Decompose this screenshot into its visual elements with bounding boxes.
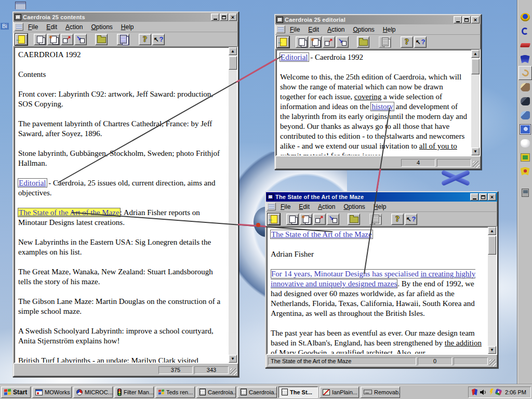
- page-icon[interactable]: [276, 25, 285, 33]
- menu-edit[interactable]: Edit: [43, 23, 61, 31]
- menu-help[interactable]: Help: [379, 25, 400, 34]
- minimize-button[interactable]: [470, 193, 478, 201]
- link-back-icon[interactable]: ↘: [336, 36, 349, 48]
- context-help-icon[interactable]: ↖?: [414, 36, 427, 48]
- taskbar-button-microc[interactable]: MICROC...: [73, 387, 113, 398]
- maximize-button[interactable]: [220, 14, 228, 21]
- resize-grip[interactable]: [230, 368, 237, 375]
- menu-action[interactable]: Action: [314, 203, 339, 211]
- menu-edit[interactable]: Edit: [304, 25, 323, 34]
- hyperlink-editorial[interactable]: Editorial: [18, 179, 47, 187]
- menu-edit[interactable]: Edit: [295, 203, 313, 211]
- link-back-icon[interactable]: ↘: [74, 34, 87, 45]
- boot-sketch-icon[interactable]: [518, 80, 532, 94]
- context-help-icon[interactable]: ↖?: [152, 34, 165, 45]
- exit-icon[interactable]: ←: [268, 214, 280, 225]
- open-file-icon[interactable]: [348, 214, 360, 225]
- copy-page-icon[interactable]: [34, 34, 46, 45]
- page-icon[interactable]: [267, 203, 276, 210]
- jug-icon[interactable]: [518, 136, 532, 150]
- taskbar-button-caerdroia-1[interactable]: Caerdroia...: [196, 387, 236, 398]
- paste-page-icon[interactable]: o: [47, 34, 60, 45]
- scroll-down-icon[interactable]: ▼: [488, 346, 496, 354]
- titlebar[interactable]: Caerdroia 25 editorial ×: [275, 15, 481, 24]
- paste-page-icon[interactable]: o: [309, 36, 322, 48]
- scroll-thumb[interactable]: [471, 59, 480, 74]
- boot-paint-icon[interactable]: [518, 108, 532, 122]
- vertical-scrollbar[interactable]: ▲ ▼: [488, 227, 496, 354]
- scroll-down-icon[interactable]: ▼: [229, 355, 237, 363]
- scroll-thumb[interactable]: [488, 236, 496, 255]
- taskbar-button-caerdroia-2[interactable]: Caerdroia...: [237, 387, 277, 398]
- menu-options[interactable]: Options: [340, 203, 368, 211]
- menu-action[interactable]: Action: [324, 25, 348, 34]
- stretch-link-covering[interactable]: covering: [354, 92, 381, 101]
- resize-grip[interactable]: [473, 161, 480, 168]
- scroll-thumb[interactable]: [229, 56, 237, 70]
- antivirus-shield-icon[interactable]: [472, 389, 477, 395]
- volume-icon[interactable]: [480, 389, 487, 395]
- link-forward-icon[interactable]: ↗: [323, 36, 335, 48]
- taskbar-button-ianplain[interactable]: IanPlain...: [320, 387, 359, 398]
- copy-page-icon[interactable]: [286, 214, 299, 225]
- copy-page-icon[interactable]: [296, 36, 308, 48]
- photo-icon[interactable]: [518, 122, 532, 136]
- system-menu-icon[interactable]: [276, 17, 283, 23]
- taskbar-button-teds[interactable]: Teds ren...: [155, 387, 195, 398]
- scroll-up-icon[interactable]: ▲: [488, 227, 496, 235]
- vertical-scrollbar[interactable]: ▲ ▼: [471, 50, 480, 155]
- help-icon[interactable]: ?: [139, 34, 151, 45]
- copy-pages-icon[interactable]: [117, 34, 129, 45]
- menu-options[interactable]: Options: [349, 25, 378, 34]
- shield-icon[interactable]: [518, 52, 532, 66]
- close-button[interactable]: ×: [488, 193, 496, 201]
- hyperlink-history[interactable]: history: [371, 102, 394, 111]
- maximize-button[interactable]: [479, 193, 487, 201]
- cable-icon[interactable]: [518, 66, 532, 80]
- pinwheel-icon[interactable]: [495, 388, 502, 395]
- minimize-button[interactable]: [454, 16, 462, 23]
- menu-help[interactable]: Help: [370, 203, 390, 211]
- boot-dark-icon[interactable]: [518, 94, 532, 108]
- scroll-up-icon[interactable]: ▲: [229, 47, 237, 55]
- menu-file[interactable]: File: [286, 25, 303, 34]
- close-button[interactable]: ×: [229, 14, 237, 21]
- taskbar-button-the-state[interactable]: The St...: [278, 387, 318, 398]
- desktop-icon-partial[interactable]: [15, 2, 26, 9]
- hyperlink-editorial[interactable]: Editorial: [280, 53, 309, 61]
- handheld-on-icon[interactable]: [518, 150, 532, 164]
- link-back-icon[interactable]: ↘: [327, 214, 339, 225]
- scroll-down-icon[interactable]: ▼: [471, 148, 480, 155]
- menu-action[interactable]: Action: [62, 23, 86, 31]
- maximize-button[interactable]: [462, 16, 471, 23]
- menu-help[interactable]: Help: [117, 23, 138, 31]
- minimize-button[interactable]: [211, 14, 219, 21]
- maze-icon[interactable]: [518, 24, 532, 38]
- hyperlink-state-of-the-art[interactable]: The State of the Art of the Maze: [271, 230, 373, 238]
- context-help-icon[interactable]: ↖?: [405, 214, 417, 225]
- titlebar[interactable]: The State of the Art of the Maze ×: [266, 192, 497, 202]
- exit-icon[interactable]: ←: [15, 34, 28, 45]
- paste-page-icon[interactable]: o: [300, 214, 312, 225]
- start-button[interactable]: Start: [1, 387, 31, 398]
- taskbar-button-filter-manager[interactable]: Filter Man...: [114, 387, 154, 398]
- scroll-up-icon[interactable]: ▲: [471, 50, 480, 58]
- organizer-icon[interactable]: [518, 185, 532, 200]
- copy-pages-icon[interactable]: [379, 36, 391, 48]
- open-file-icon[interactable]: [95, 34, 108, 45]
- vertical-scrollbar[interactable]: ▲ ▼: [229, 47, 237, 363]
- copy-pages-icon[interactable]: [369, 214, 382, 225]
- page-icon[interactable]: [15, 23, 23, 31]
- resize-grip[interactable]: [489, 360, 496, 366]
- taskbar-button-removable[interactable]: Removab...: [361, 387, 400, 398]
- stapler-icon[interactable]: [518, 38, 532, 52]
- help-icon[interactable]: ?: [391, 214, 404, 225]
- menu-file[interactable]: File: [24, 23, 42, 31]
- open-file-icon[interactable]: [357, 36, 369, 48]
- taskbar-button-moworks[interactable]: MOWorks: [32, 387, 72, 398]
- scheduler-icon[interactable]: [489, 389, 494, 395]
- titlebar[interactable]: Caerdroia 25 contents ×: [14, 12, 238, 22]
- link-forward-icon[interactable]: ↗: [313, 214, 326, 225]
- system-menu-icon[interactable]: [267, 194, 274, 200]
- badge-icon[interactable]: [518, 164, 532, 178]
